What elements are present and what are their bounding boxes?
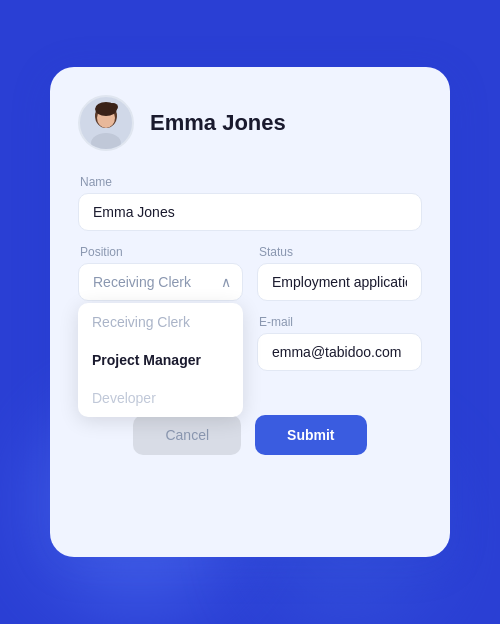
email-field-group: E-mail — [257, 315, 422, 371]
name-input[interactable] — [78, 193, 422, 231]
name-label: Name — [78, 175, 422, 189]
position-field-group: Position Receiving Clerk ∧ Receiving Cle… — [78, 245, 243, 371]
position-select[interactable]: Receiving Clerk — [78, 263, 243, 301]
position-dropdown-menu: Receiving Clerk Project Manager Develope… — [78, 303, 243, 417]
cancel-button[interactable]: Cancel — [133, 415, 241, 455]
form-section: Name Position Receiving Clerk ∧ Receivin… — [78, 175, 422, 395]
dropdown-item-developer[interactable]: Developer — [78, 379, 243, 417]
dropdown-item-receiving-clerk[interactable]: Receiving Clerk — [78, 303, 243, 341]
dropdown-item-project-manager[interactable]: Project Manager — [78, 341, 243, 379]
avatar — [78, 95, 134, 151]
submit-button[interactable]: Submit — [255, 415, 366, 455]
form-card: Emma Jones Name Position Receiving Clerk… — [50, 67, 450, 557]
form-actions: Cancel Submit — [78, 415, 422, 455]
status-label: Status — [257, 245, 422, 259]
name-field-group: Name — [78, 175, 422, 231]
position-wrapper: Receiving Clerk ∧ Receiving Clerk Projec… — [78, 263, 243, 301]
svg-point-4 — [91, 133, 121, 149]
profile-name: Emma Jones — [150, 110, 286, 136]
two-col-row: Position Receiving Clerk ∧ Receiving Cle… — [78, 245, 422, 371]
email-input[interactable] — [257, 333, 422, 371]
status-input[interactable] — [257, 263, 422, 301]
position-current-value: Receiving Clerk — [93, 274, 191, 290]
position-label: Position — [78, 245, 243, 259]
right-col: Status E-mail — [257, 245, 422, 371]
profile-header: Emma Jones — [78, 95, 422, 151]
status-field-group: Status — [257, 245, 422, 301]
email-label: E-mail — [257, 315, 422, 329]
svg-point-3 — [108, 103, 118, 111]
